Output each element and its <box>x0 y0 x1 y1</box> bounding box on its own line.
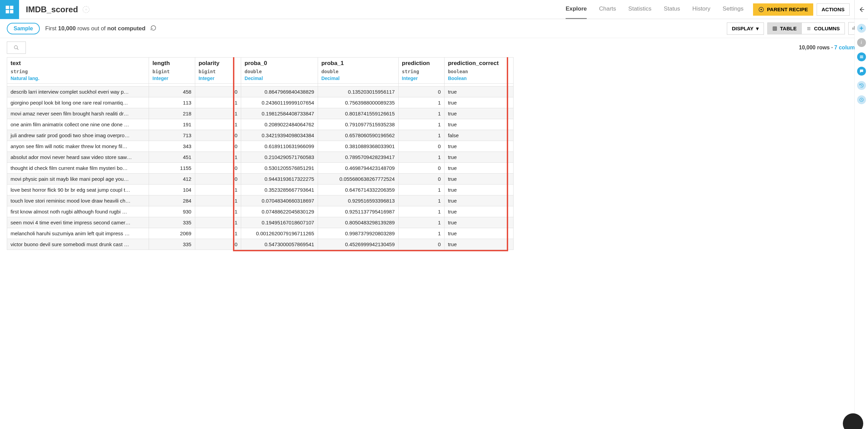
col-header-proba_1[interactable]: proba_1doubleDecimal <box>318 58 398 84</box>
cell-length: 335 <box>149 217 195 228</box>
columns-view-button[interactable]: COLUMNS <box>802 23 845 34</box>
search-input[interactable] <box>7 42 26 54</box>
table-row[interactable]: seen movi 4 time everi time impress seco… <box>7 217 514 228</box>
cell-prediction_correct: true <box>444 86 513 97</box>
recipe-icon <box>758 6 764 13</box>
cell-length: 451 <box>149 152 195 163</box>
table-row[interactable]: thought id check film current make film … <box>7 163 514 174</box>
dataset-icon <box>4 4 15 15</box>
col-header-prediction[interactable]: predictionstringInteger <box>398 58 444 84</box>
cell-polarity: 0 <box>195 174 241 185</box>
table-row[interactable]: absolut ador movi never heard saw video … <box>7 152 514 163</box>
cell-prediction: 1 <box>398 217 444 228</box>
nav-explore[interactable]: Explore <box>566 0 587 19</box>
right-rail: + i <box>854 19 868 253</box>
table-row[interactable]: victor buono devil sure somebodi must dr… <box>7 239 514 250</box>
lines-icon <box>859 54 864 59</box>
table-row[interactable]: melancholi haruhi suzumiya anim left qui… <box>7 228 514 239</box>
refresh-button[interactable] <box>150 25 156 32</box>
col-header-polarity[interactable]: polaritybigintInteger <box>195 58 241 84</box>
cell-proba_1: 0.7895709428239417 <box>318 152 398 163</box>
table-row[interactable]: giorgino peopl look bit long one rare re… <box>7 97 514 108</box>
details-button[interactable] <box>857 52 866 61</box>
topbar: IMDB_scored ○ ExploreChartsStatisticsSta… <box>0 0 868 19</box>
cell-text: love best horror flick 90 br br edg seat… <box>7 185 149 195</box>
nav-statistics[interactable]: Statistics <box>628 0 651 19</box>
col-header-proba_0[interactable]: proba_0doubleDecimal <box>241 58 318 84</box>
cell-polarity: 1 <box>195 217 241 228</box>
history-icon <box>859 83 864 88</box>
add-button[interactable]: + <box>857 24 866 33</box>
table-row[interactable]: love best horror flick 90 br br edg seat… <box>7 185 514 195</box>
cell-polarity: 0 <box>195 130 241 141</box>
table-row[interactable]: describ larri interview complet suckhol … <box>7 86 514 97</box>
cell-polarity: 0 <box>195 141 241 152</box>
parent-recipe-button[interactable]: PARENT RECIPE <box>753 3 813 16</box>
table-row[interactable]: first know almost noth rugbi although fo… <box>7 206 514 217</box>
back-button[interactable] <box>854 0 868 19</box>
sample-info: First 10,000 rows out of not computed <box>45 25 146 32</box>
table-row[interactable]: touch love stori reminisc mood love draw… <box>7 195 514 206</box>
cell-proba_0: 0.5473000057869541 <box>241 239 318 250</box>
cell-length: 1155 <box>149 163 195 174</box>
col-header-prediction_correct[interactable]: prediction_correctbooleanBoolean <box>444 58 513 84</box>
cell-proba_1: 0.8018741559126615 <box>318 108 398 119</box>
table-row[interactable]: movi physic pain sit mayb like mani peop… <box>7 174 514 185</box>
cell-length: 343 <box>149 141 195 152</box>
table-container: textstringNatural lang.lengthbigintInteg… <box>0 57 868 253</box>
nav-history[interactable]: History <box>692 0 711 19</box>
cell-proba_1: 0.9987379920803289 <box>318 228 398 239</box>
cell-proba_1: 0.7563988000089235 <box>318 97 398 108</box>
table-row[interactable]: juli andrew satir prod goodi two shoe im… <box>7 130 514 141</box>
cell-proba_1: 0.8050483298139289 <box>318 217 398 228</box>
cell-prediction: 0 <box>398 174 444 185</box>
table-view-button[interactable]: TABLE <box>768 23 802 34</box>
toolbar: Sample First 10,000 rows out of not comp… <box>0 19 868 38</box>
info-icon: i <box>861 40 862 45</box>
table-row[interactable]: anyon see film will notic maker threw lo… <box>7 141 514 152</box>
plus-icon: + <box>859 25 864 32</box>
cell-prediction: 1 <box>398 119 444 130</box>
cell-polarity: 1 <box>195 185 241 195</box>
cell-polarity: 1 <box>195 119 241 130</box>
cell-prediction: 0 <box>398 86 444 97</box>
row-count-info: 10,000 rows · 7 columns <box>799 45 861 51</box>
sample-button[interactable]: Sample <box>7 23 40 34</box>
refresh-icon <box>150 25 156 31</box>
comments-button[interactable] <box>857 67 866 76</box>
view-toggle: TABLE COLUMNS <box>767 22 845 34</box>
cell-polarity: 1 <box>195 152 241 163</box>
col-header-length[interactable]: lengthbigintInteger <box>149 58 195 84</box>
table-row[interactable]: one anim film animatrix collect one nine… <box>7 119 514 130</box>
status-badge-icon[interactable]: ○ <box>83 6 89 13</box>
cell-proba_1: 0.6476714332206359 <box>318 185 398 195</box>
app-logo[interactable] <box>0 0 19 19</box>
cell-length: 713 <box>149 130 195 141</box>
cell-proba_1: 0.4526999942130459 <box>318 239 398 250</box>
cell-prediction: 1 <box>398 185 444 195</box>
cell-proba_0: 0.07488622045830129 <box>241 206 318 217</box>
cell-proba_1: 0.4698794423148709 <box>318 163 398 174</box>
cell-prediction_correct: true <box>444 239 513 250</box>
cell-proba_1: 0.6578060590196562 <box>318 130 398 141</box>
cell-text: describ larri interview complet suckhol … <box>7 86 149 97</box>
cell-prediction: 1 <box>398 108 444 119</box>
nav-charts[interactable]: Charts <box>599 0 616 19</box>
cell-length: 218 <box>149 108 195 119</box>
main-nav: ExploreChartsStatisticsStatusHistorySett… <box>89 0 748 19</box>
cell-proba_0: 0.2104290571760583 <box>241 152 318 163</box>
cell-prediction_correct: true <box>444 217 513 228</box>
history-button[interactable] <box>857 81 866 90</box>
nav-settings[interactable]: Settings <box>722 0 743 19</box>
info-button[interactable]: i <box>857 38 866 47</box>
schedule-button[interactable] <box>857 95 866 104</box>
cell-proba_1: 0.7910977515935238 <box>318 119 398 130</box>
actions-button[interactable]: ACTIONS <box>817 3 850 16</box>
col-header-text[interactable]: textstringNatural lang. <box>7 58 149 84</box>
display-button[interactable]: DISPLAY ▾ <box>727 22 764 35</box>
table-icon <box>772 26 777 31</box>
cell-length: 458 <box>149 86 195 97</box>
cell-proba_1: 0.9251137795416987 <box>318 206 398 217</box>
table-row[interactable]: movi amaz never seen film brought harsh … <box>7 108 514 119</box>
nav-status[interactable]: Status <box>664 0 680 19</box>
